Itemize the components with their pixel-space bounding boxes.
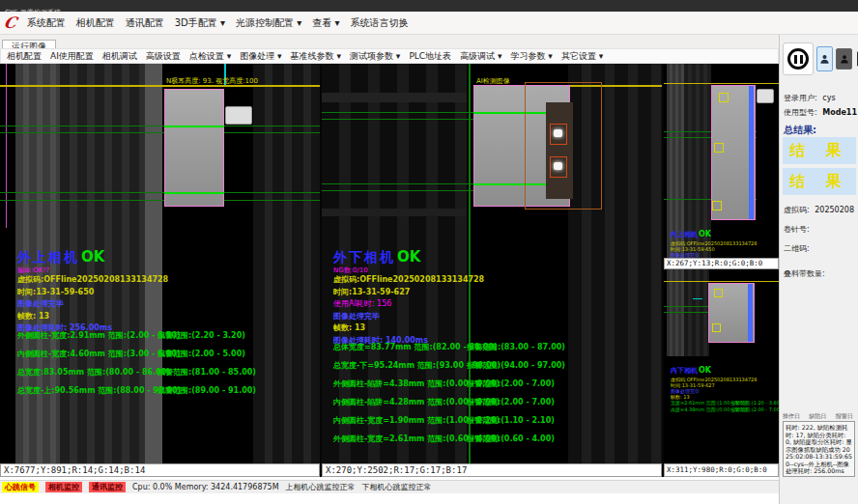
total-result-label: 总结果:: [784, 124, 816, 137]
measurement-value: 外侧圆柱-宽度:2.91mm 范围:(2.00 - 3.50): [17, 330, 157, 341]
camera-view-inner-lower[interactable]: 内下相机OK 虚拟码:OFFline20250208133134728 时间:1…: [664, 269, 779, 463]
toolbar-camera-config[interactable]: 相机配置: [7, 50, 42, 63]
ai-time-line: 使用AI耗时: 156: [333, 298, 633, 311]
overlay-green-line: [0, 192, 320, 193]
alarm-range: 报警范围:(0.60 - 4.00): [467, 434, 555, 444]
output-label: NG数:0/10: [333, 266, 633, 274]
cpu-memory-text: Cpu: 0.0% Memory: 3424.41796875M: [132, 483, 279, 491]
measurement-row: 总宽度-下=95.24mm 范围:(93.00 - 98.00)报警范围:(94…: [333, 360, 565, 378]
measurement-value: 外侧圆柱-宽度=2.61mm 范围:(0.60 - 4.00): [333, 434, 467, 444]
alarm-range: 报警范围:(2.00 - 7.00): [467, 397, 555, 407]
menu-item-comm-config[interactable]: 通讯配置: [126, 16, 164, 30]
coordinate-bar-small-bottom: X:311;Y:980;R:0;G:0;B:0: [664, 463, 779, 477]
menu-item-system-config[interactable]: 系统配置: [27, 16, 66, 30]
login-user-label: 登录用户:: [784, 94, 817, 102]
overlay-green-measure: [164, 126, 224, 127]
comm-monitor-badge: 通讯监控: [89, 482, 126, 492]
login-user-value: cys: [822, 94, 835, 102]
measurement-value: 高度=4.38mm 范围:(0.00 - 9.00): [671, 406, 730, 413]
toolbar-plc-address-table[interactable]: PLC地址表: [409, 50, 451, 63]
connector-part: [757, 89, 774, 103]
menu-item-camera-config[interactable]: 相机配置: [76, 16, 115, 30]
menu-item-light-control-config[interactable]: 光源控制配置 ▾: [236, 16, 301, 30]
result-text-block: 内下相机OK 虚拟码:OFFline20250208133134728 时间:1…: [671, 358, 777, 413]
camera-result-title: 内上相机OK: [671, 222, 777, 240]
overlay-magenta-line: [6, 64, 7, 228]
app-logo-icon: C: [2, 14, 18, 33]
measurement-value: 内侧圆柱-陷阱=4.28mm 范围:(0.00 - 9.00): [333, 397, 467, 407]
overlay-top-label: AI检测图像: [476, 76, 510, 86]
machine-beam: [322, 209, 467, 216]
login-user-button[interactable]: [816, 46, 833, 71]
model-value: Mode11: [822, 108, 857, 117]
toolbar-other-settings[interactable]: 其它设置 ▾: [561, 50, 603, 63]
status-bar: 心跳信号 相机监控 通讯监控 Cpu: 0.0% Memory: 3424.41…: [0, 480, 779, 493]
result-text-block: 内上相机OK 虚拟码:OFFline20250208133134728 时间:1…: [671, 222, 777, 258]
model-row: 使用型号: Mode11: [784, 107, 856, 118]
pause-button[interactable]: [783, 42, 814, 75]
pause-icon: [787, 48, 809, 70]
measurement-row: 内侧圆柱-宽度:4.60mm 范围:(3.00 - 6.00)报警范围:(2.0…: [17, 349, 256, 367]
result-ok: OK: [397, 248, 420, 266]
measurement-row: 外侧圆柱-陷阱=4.38mm 范围:(0.00 - 9.00)报警范围:(2.0…: [333, 378, 565, 397]
alarm-range: 报警范围:(83.00 - 87.00): [467, 342, 565, 352]
measurement-value: 总宽度:83.05mm 范围:(80.00 - 86.00): [17, 367, 157, 378]
heartbeat-signal-badge: 心跳信号: [2, 482, 39, 492]
alarm-range: 报警范围:(1.10 - 2.10): [467, 415, 555, 426]
camera-monitor-badge: 相机监控: [45, 482, 82, 492]
camera-result-title: 内下相机OK: [671, 358, 777, 377]
menu-item-view[interactable]: 查看 ▾: [312, 16, 339, 30]
menu-item-3d-hand-config[interactable]: 3D手配置 ▾: [175, 16, 225, 30]
barcode-value: 20250208: [815, 206, 854, 214]
toolbar-learning-params[interactable]: 学习参数 ▾: [511, 50, 553, 63]
status-line: 图像处理完毕: [17, 298, 317, 311]
toolbar-advanced-debug[interactable]: 高级调试 ▾: [460, 50, 501, 63]
alarm-range: 报警范围:(1.20 - 3.80): [730, 400, 779, 406]
tab-strip: 运行图像: [0, 35, 779, 49]
result-text-block: 外下相机OK NG数:0/10 虚拟码:OFFline2025020813313…: [333, 247, 633, 347]
result-ok: OK: [699, 230, 711, 238]
titlebar: CYS-视觉检测系统: [0, 0, 858, 12]
camera-result-title: 外上相机OK: [17, 247, 317, 266]
camera-view-inner-upper[interactable]: 内上相机OK 虚拟码:OFFline20250208133134728 时间:1…: [664, 64, 779, 258]
overlay-top-label: N极耳高度: 93. 视觉高度:100: [166, 76, 258, 86]
camera-name: 外上相机: [17, 249, 79, 265]
overlay-blue-strip: [748, 284, 753, 342]
camera-view-outer-lower[interactable]: AI检测图像 外下相机OK NG数:0/10 虚拟码:OFFline202502…: [322, 64, 662, 463]
app-window: CYS-视觉检测系统 C 系统配置 相机配置 通讯配置 3D手配置 ▾ 光源控制…: [0, 0, 858, 504]
roi-box-orange: [525, 82, 602, 210]
toolbar-advanced-settings[interactable]: 高级设置: [146, 50, 181, 63]
control-panel: 登录用户: cys 使用型号: Mode11 总结果: 结 果 结 果 虚拟码:…: [779, 35, 858, 504]
annotation-box-yellow: [719, 93, 729, 102]
result-box-upper: 结 果: [783, 137, 856, 164]
result-ok: OK: [699, 366, 711, 375]
overlay-yellow-line: [664, 281, 779, 282]
qr-row: 二维码:: [784, 243, 856, 254]
toolbar-test-item-params[interactable]: 测试项参数 ▾: [350, 50, 400, 63]
frames-line: 帧数: 13: [17, 311, 317, 323]
measurement-value: 内侧圆柱-宽度=1.90mm 范围:(1.00 - 2.20): [333, 415, 467, 426]
log-text-box[interactable]: 耗时: 222, 缺陷检测耗时: 17, 缺陷分类耗时: 0, 缺陷提取分区耗时…: [783, 421, 855, 477]
measurement-row: 高度=4.38mm 范围:(0.00 - 9.00)报警范围:(2.00 - 7…: [671, 406, 777, 413]
toolbar-baseline-params[interactable]: 基准线参数 ▾: [291, 50, 341, 63]
overlay-green-line: [0, 132, 320, 133]
coordinate-bar-small-top: X:267;Y:13;R:0;G:0;B:0: [664, 258, 779, 269]
output-label: 输出:OK!?: [17, 266, 317, 274]
coordinate-bar-middle: X:270;Y:2502;R:17;G:17;B:17: [322, 463, 662, 477]
login-user-row: 登录用户: cys: [784, 93, 856, 103]
toolbar-ai-use-config[interactable]: AI使用配置: [50, 50, 94, 63]
camera-name: 外下相机: [333, 249, 395, 265]
user-dark-icon: [840, 52, 849, 66]
annotation-box-yellow: [712, 323, 721, 332]
frames-line: 帧数: 13: [333, 322, 633, 335]
toolbar-camera-debug[interactable]: 相机调试: [102, 50, 137, 63]
measurement-value: 总宽度-上:90.56mm 范围:(88.00 - 92.00): [17, 385, 157, 396]
product-panel: [164, 89, 224, 207]
camera-view-outer-upper[interactable]: N极耳高度: 93. 视觉高度:100 外上相机OK 输出:OK!? 虚拟码:O…: [0, 64, 320, 463]
toolbar-spot-check-settings[interactable]: 点检设置 ▾: [189, 50, 231, 63]
user-manage-button[interactable]: [836, 48, 852, 70]
measurement-value: 外侧圆柱-陷阱=4.38mm 范围:(0.00 - 9.00): [333, 378, 467, 389]
barcode-row: 虚拟码: 20250208: [784, 205, 856, 215]
toolbar-image-processing[interactable]: 图像处理 ▾: [240, 50, 281, 63]
menu-item-language-switch[interactable]: 系统语言切换: [350, 16, 408, 30]
